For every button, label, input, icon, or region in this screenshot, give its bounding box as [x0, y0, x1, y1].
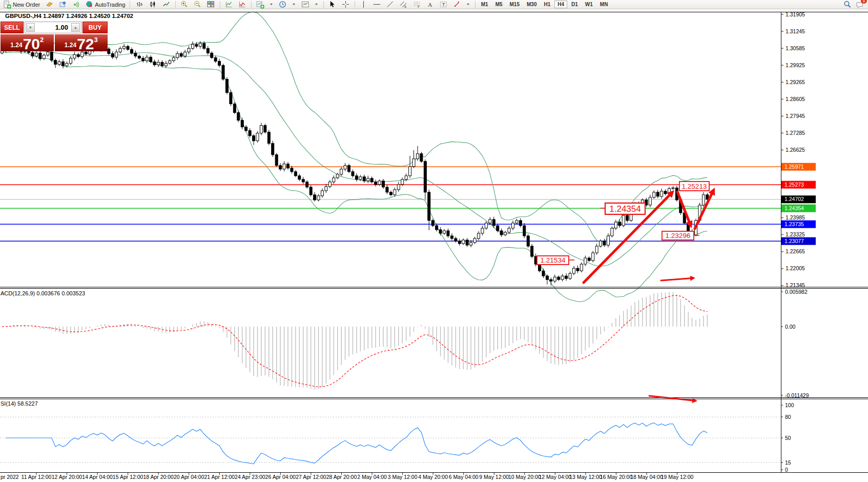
- time-axis: pr 202211 Apr 12:0012 Apr 20:0014 Apr 04…: [1, 473, 694, 480]
- chevron-down-icon[interactable]: [313, 1, 321, 9]
- text-label-tool-icon[interactable]: T: [438, 0, 450, 9]
- svg-text:1.23985: 1.23985: [786, 214, 805, 220]
- volume-increase-button[interactable]: ▲: [71, 23, 80, 32]
- svg-text:1.27945: 1.27945: [786, 113, 805, 119]
- tab-h4[interactable]: H4: [554, 1, 567, 8]
- chevron-down-icon[interactable]: [290, 1, 298, 9]
- crosshair-icon[interactable]: [340, 0, 352, 9]
- alerts-icon[interactable]: [43, 0, 55, 9]
- svg-text:0: 0: [785, 467, 788, 473]
- signals-icon[interactable]: [70, 0, 82, 9]
- svg-text:80: 80: [785, 414, 791, 420]
- new-order-label: New Order: [13, 2, 40, 8]
- svg-text:1.26625: 1.26625: [786, 147, 805, 153]
- trendline-tool-icon[interactable]: [384, 0, 397, 9]
- notification-badge: 1: [861, 0, 867, 4]
- chart-canvas[interactable]: 1.319051.312451.305851.299251.292651.286…: [0, 0, 868, 482]
- rsi-indicator-label: SI(14) 58.5227: [1, 400, 38, 407]
- tab-h1[interactable]: H1: [541, 1, 553, 8]
- market-icon[interactable]: [56, 0, 69, 9]
- sell-price-prefix: 1.24: [10, 42, 22, 49]
- chevron-down-icon[interactable]: [267, 1, 276, 9]
- svg-text:11 Apr 12:00: 11 Apr 12:00: [22, 474, 52, 480]
- svg-text:1.27285: 1.27285: [786, 130, 805, 136]
- svg-text:26 Apr 04:00: 26 Apr 04:00: [265, 474, 296, 480]
- tab-w1[interactable]: W1: [582, 1, 596, 8]
- indicators-list-icon[interactable]: [236, 0, 249, 9]
- tab-m30[interactable]: M30: [524, 1, 540, 8]
- svg-text:18 May 04:00: 18 May 04:00: [630, 474, 663, 480]
- svg-text:18 Apr 20:00: 18 Apr 20:00: [143, 474, 174, 480]
- buy-price-display[interactable]: 1.24 72 3: [55, 34, 108, 51]
- volume-stepper: ▼ 1.00 ▲: [25, 22, 81, 33]
- one-click-trading-panel: SELL ▼ 1.00 ▲ BUY 1.24 70 2 1.24 72 3: [1, 22, 108, 51]
- toolbar-separator: [251, 1, 252, 8]
- svg-text:1.23077: 1.23077: [784, 238, 804, 244]
- svg-text:1.23325: 1.23325: [786, 231, 805, 237]
- channel-tool-icon[interactable]: E: [398, 0, 410, 9]
- tab-mn[interactable]: MN: [597, 1, 611, 8]
- toolbar-separator: [175, 1, 176, 8]
- template-icon[interactable]: [299, 0, 312, 9]
- autotrading-label: AutoTrading: [95, 2, 126, 8]
- buy-button[interactable]: BUY: [82, 22, 108, 33]
- bar-chart-mode-icon[interactable]: [134, 0, 146, 9]
- toolbar-grip: [130, 1, 132, 8]
- arrows-tool-icon[interactable]: [451, 0, 463, 9]
- svg-text:3 May 12:00: 3 May 12:00: [388, 474, 418, 480]
- svg-text:1.21345: 1.21345: [786, 282, 805, 288]
- svg-text:50: 50: [785, 435, 791, 441]
- svg-text:9 May 12:00: 9 May 12:00: [479, 474, 509, 480]
- svg-text:1.23296: 1.23296: [666, 232, 691, 239]
- volume-decrease-button[interactable]: ▼: [26, 23, 35, 32]
- svg-text:1.29925: 1.29925: [786, 62, 805, 68]
- sell-price-display[interactable]: 1.24 70 2: [1, 34, 54, 51]
- search-icon[interactable]: [843, 1, 852, 9]
- svg-text:24 Apr 23:00: 24 Apr 23:00: [235, 474, 265, 480]
- zoom-out-icon[interactable]: [192, 0, 204, 9]
- svg-text:4 May 20:00: 4 May 20:00: [418, 474, 448, 480]
- tab-m15[interactable]: M15: [507, 1, 523, 8]
- horizontal-line-tool-icon[interactable]: [371, 0, 383, 9]
- tab-d1[interactable]: D1: [568, 1, 581, 8]
- svg-text:1.21534: 1.21534: [541, 256, 566, 264]
- svg-text:F: F: [418, 5, 420, 8]
- text-tool-icon[interactable]: A: [424, 0, 437, 9]
- svg-text:pr 2022: pr 2022: [1, 474, 19, 480]
- svg-text:1.25213: 1.25213: [682, 183, 707, 190]
- svg-text:6 May 04:00: 6 May 04:00: [449, 474, 479, 480]
- chevron-down-icon[interactable]: [464, 1, 472, 9]
- new-order-button[interactable]: New Order: [1, 1, 42, 9]
- vertical-line-tool-icon[interactable]: [358, 0, 370, 9]
- svg-text:28 Apr 20:00: 28 Apr 20:00: [326, 474, 357, 480]
- autotrading-button[interactable]: AutoTrading: [83, 1, 128, 9]
- svg-text:100: 100: [785, 402, 794, 408]
- svg-text:2 May 04:00: 2 May 04:00: [357, 474, 387, 480]
- cursor-icon[interactable]: [326, 0, 339, 9]
- volume-input[interactable]: 1.00: [36, 23, 70, 32]
- tile-windows-icon[interactable]: [205, 0, 217, 9]
- zoom-in-icon[interactable]: [178, 0, 191, 9]
- svg-text:1.29265: 1.29265: [786, 79, 805, 85]
- add-indicator-icon[interactable]: [254, 0, 266, 9]
- period-clock-icon[interactable]: [277, 0, 289, 9]
- svg-text:15: 15: [785, 459, 791, 466]
- buy-price-big: 72: [77, 37, 94, 51]
- autotrading-icon: [85, 1, 93, 9]
- chat-icon[interactable]: 1: [856, 1, 864, 9]
- sell-button[interactable]: SELL: [1, 22, 24, 33]
- svg-text:1.31245: 1.31245: [786, 28, 805, 34]
- tab-m1[interactable]: M1: [478, 1, 491, 8]
- candlestick-mode-icon[interactable]: [147, 0, 159, 9]
- svg-text:16 May 20:00: 16 May 20:00: [600, 474, 633, 480]
- svg-text:1.24702: 1.24702: [784, 196, 804, 202]
- svg-text:14 Apr 04:00: 14 Apr 04:00: [82, 474, 113, 480]
- svg-text:1.24354: 1.24354: [609, 204, 640, 214]
- line-chart-mode-icon[interactable]: [160, 0, 173, 9]
- svg-text:12 May 04:00: 12 May 04:00: [539, 474, 572, 480]
- svg-text:0.00: 0.00: [785, 324, 796, 330]
- tab-m5[interactable]: M5: [492, 1, 506, 8]
- svg-text:19 May 12:00: 19 May 12:00: [661, 474, 694, 480]
- fibonacci-tool-icon[interactable]: F: [411, 0, 423, 9]
- indicators-icon[interactable]: [223, 0, 235, 9]
